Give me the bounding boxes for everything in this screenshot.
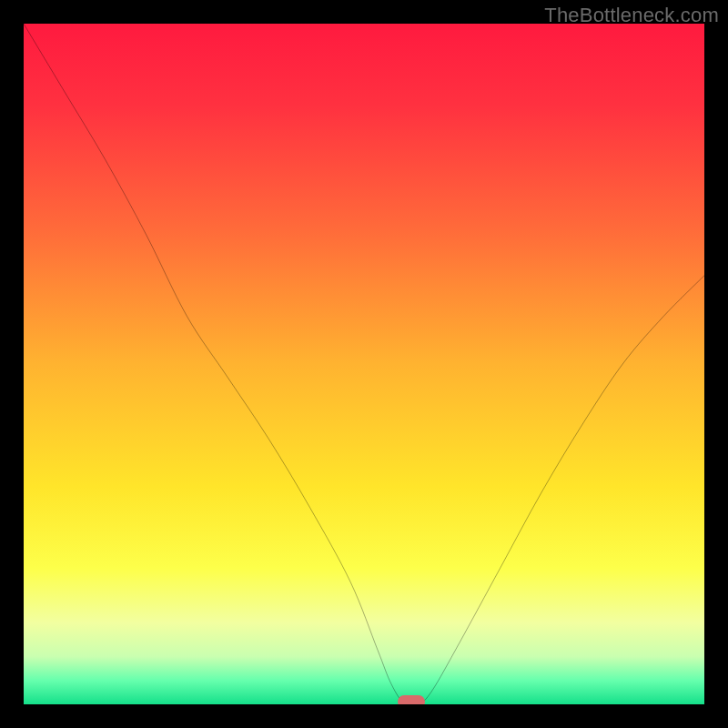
watermark-text: TheBottleneck.com [544,4,719,27]
chart-background [24,24,704,704]
optimum-marker [398,695,425,704]
chart-plot-area [24,24,704,704]
chart-svg [24,24,704,704]
